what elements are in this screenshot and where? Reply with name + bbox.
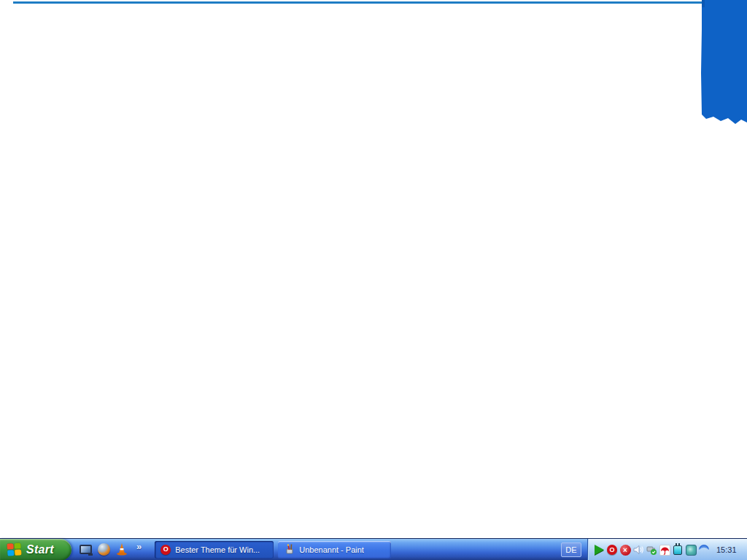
power-plug-icon[interactable] bbox=[672, 544, 684, 556]
start-button[interactable]: Start bbox=[0, 539, 71, 560]
opera-icon: O bbox=[160, 545, 171, 555]
taskbar-button-opera[interactable]: O Bester Theme für Win... bbox=[155, 541, 274, 559]
vlc-icon[interactable] bbox=[115, 543, 128, 556]
taskbar: Start » O Bester Theme für Win... bbox=[0, 538, 747, 560]
taskbar-button-paint-label: Unbenannt - Paint bbox=[299, 545, 364, 554]
messenger-icon[interactable] bbox=[685, 544, 697, 556]
start-button-label: Start bbox=[26, 543, 54, 556]
avira-umbrella-icon[interactable] bbox=[659, 544, 670, 556]
crescent-moon-icon[interactable] bbox=[698, 544, 710, 556]
drawn-blue-line bbox=[13, 1, 702, 4]
usb-safely-remove-icon[interactable] bbox=[646, 544, 657, 556]
language-indicator[interactable]: DE bbox=[561, 542, 581, 557]
canvas-area bbox=[0, 0, 747, 539]
paint-icon bbox=[284, 544, 295, 555]
show-desktop-icon[interactable] bbox=[79, 543, 92, 556]
opera-tray-icon[interactable]: O bbox=[606, 544, 618, 556]
windows-logo-icon bbox=[7, 542, 22, 556]
task-buttons: O Bester Theme für Win... Unbenannt - Pa… bbox=[147, 539, 391, 560]
taskbar-button-opera-label: Bester Theme für Win... bbox=[175, 545, 260, 554]
security-alert-icon[interactable]: × bbox=[619, 544, 631, 556]
quick-launch-bar: » bbox=[71, 539, 147, 560]
taskbar-empty-space bbox=[391, 539, 561, 560]
screen: Start » O Bester Theme für Win... bbox=[0, 0, 747, 560]
taskbar-button-paint[interactable]: Unbenannt - Paint bbox=[278, 541, 391, 559]
blue-corner-shape bbox=[699, 0, 747, 127]
quick-launch-overflow-chevron[interactable]: » bbox=[136, 541, 142, 552]
media-player-icon[interactable] bbox=[97, 543, 110, 556]
play-flag-icon[interactable] bbox=[593, 544, 605, 556]
tray-clock[interactable]: 15:31 bbox=[716, 545, 737, 554]
system-tray: O × bbox=[587, 539, 747, 560]
language-indicator-label: DE bbox=[565, 545, 576, 554]
volume-icon[interactable] bbox=[632, 544, 644, 556]
